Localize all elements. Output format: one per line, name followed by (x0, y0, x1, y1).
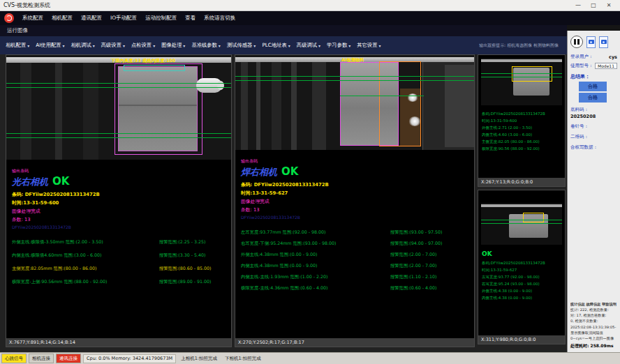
toolbar-camera-config[interactable]: 相机配置▾ (6, 42, 29, 49)
camera-image-left[interactable]: 下限内高度:93 规格内限度:100 (6, 55, 231, 160)
toolbar-camera-debug[interactable]: 相机调试▾ (71, 42, 95, 49)
image-top-band (481, 59, 562, 62)
chevron-down-icon: ▾ (183, 43, 185, 48)
barcode-line: 条码: DFYiiw2025020813313472B (241, 181, 468, 188)
title-bar: CVS-视觉检测系统 — □ ✕ (0, 0, 620, 11)
measurement-row: 极限宽度-主线:4.36mm 范围:(0.60 - 4.00) 报警范围:(0.… (241, 285, 468, 291)
login-user-label: 登录用户： (570, 54, 593, 60)
maximize-button[interactable]: □ (586, 0, 601, 10)
pause-icon (577, 39, 580, 45)
measurement-row: 内侧主线:极限值4.60mm 范围:(3.00 - 6.00) 报警范围:(3.… (12, 252, 226, 259)
toolbar-label: 相机配置 (6, 42, 26, 49)
pixel-coords-thumb-top: X:267;Y:13;R:0;G:0;B:0 (478, 178, 565, 186)
camera-image-right[interactable]: AI检测物料 (235, 55, 474, 150)
thumb-line: 右耳宽度:95.24 (93.00 - 98.00) (482, 282, 561, 287)
measure-line-green (481, 77, 562, 77)
count-line: 条数: 13 (241, 206, 468, 213)
chevron-down-icon: ▾ (378, 43, 381, 48)
measurement-row: 左耳宽度:93.77mm 范围:(92.00 - 98.00) 报警范围:(93… (241, 229, 468, 236)
minimize-button[interactable]: — (570, 0, 586, 10)
toolbar-image-process[interactable]: 图像处理▾ (161, 42, 185, 49)
tab-run-image[interactable]: 运行图像 (7, 27, 28, 34)
toolbar-ai-config[interactable]: AI使用配置▾ (36, 42, 64, 49)
time-line: 时间:13-31-59-600 (12, 199, 226, 206)
thumb-line: 内侧主线:4.38 (0.00 - 9.00) (482, 296, 561, 301)
camera-name: 光右相机 (12, 176, 48, 188)
toolbar-test-sensor[interactable]: 测试传感器▾ (227, 42, 256, 49)
thumbnail-panel-bottom: OK 条码:DFYiiw2025020813313472B 时间:13-31-5… (478, 190, 566, 344)
thumbnail-image-top[interactable] (481, 58, 562, 105)
thumb-line: 左耳宽度:93.77 (92.00 - 98.00) (482, 275, 561, 280)
pause-button[interactable] (570, 36, 583, 48)
measurement-value: 右耳宽度-下侧:95.24mm 范围:(93.00 - 98.00) (241, 241, 390, 247)
measure-line-green (340, 96, 424, 96)
camera-tool-button-2[interactable] (599, 36, 608, 48)
menu-io-manual-config[interactable]: IO手动配置 (110, 15, 137, 22)
pixel-coords-left: X:7677;Y:891;R:14;G:14;B:14 (6, 338, 231, 347)
measure-line-green (481, 73, 562, 74)
side-icon-row (570, 33, 617, 51)
toolbar-baseline-params[interactable]: 基准线参数▾ (191, 42, 221, 49)
pixel-coords-thumb-bottom: X:311;Y:980;R:0;G:0;B:0 (478, 335, 565, 344)
toolbar-spot-check[interactable]: 点检设置▾ (131, 42, 155, 49)
machine-column (291, 62, 297, 150)
chevron-down-icon: ▾ (63, 43, 65, 48)
menu-camera-config[interactable]: 相机配置 (52, 15, 73, 22)
weld-spot (408, 116, 421, 126)
menu-comm-config[interactable]: 通讯配置 (81, 15, 102, 22)
login-user-value: cys (609, 54, 617, 60)
app-window: CVS-视觉检测系统 — □ ✕ 系统配置 相机配置 通讯配置 IO手动配置 运… (0, 0, 620, 364)
model-select[interactable]: Mode11 (595, 63, 617, 69)
status-bar: 心跳信号 相机连接 通讯连接 Cpu: 0.0% Memory: 3424.41… (0, 352, 620, 364)
machine-block (445, 65, 474, 147)
statistics-header: 统计信息 故障信息 帮助说明 (570, 301, 618, 307)
weld-spot (407, 93, 418, 102)
measurement-value: 左耳宽度:93.77mm 范围:(92.00 - 98.00) (241, 229, 390, 236)
toolbar-advanced-settings[interactable]: 高级设置▾ (101, 42, 125, 49)
chevron-down-icon: ▾ (253, 43, 256, 48)
measurement-row: 外侧主线:极限值-3.50mm 范围:(2.00 - 3.50) 报警范围:(2… (12, 239, 226, 245)
thumbnail-image-bottom[interactable] (481, 203, 562, 245)
measure-line-green (6, 133, 231, 134)
toolbar-label: 点检设置 (131, 42, 152, 49)
toolbar-advanced-debug[interactable]: 高级调试▾ (297, 42, 320, 49)
alarm-range: 报警范围:(94.00 - 97.00) (390, 241, 468, 247)
result-badge-2: 合格 (579, 93, 607, 103)
measurement-list: 左耳宽度:93.77mm 范围:(92.00 - 98.00) 报警范围:(93… (241, 229, 468, 291)
login-user-row: 登录用户： cys (570, 54, 617, 60)
thumb-line: 条码:DFYiiw2025020813313472B (482, 261, 561, 266)
toolbar-other-settings[interactable]: 其它设置▾ (357, 42, 381, 49)
toolbar-plc-address[interactable]: PLC地址表▾ (262, 42, 290, 49)
measure-line-green (481, 223, 562, 224)
tab-row: 运行图像 (0, 25, 567, 36)
camera-name: 焊右相机 (241, 166, 277, 179)
toolbar: 相机配置▾ AI使用配置▾ 相机调试▾ 高级设置▾ 点检设置▾ 图像处理▾ 基准… (0, 36, 567, 54)
menu-system-config[interactable]: 系统配置 (22, 15, 43, 22)
time-line: 时间:13-31-59-627 (241, 190, 468, 197)
camera-tool-button-1[interactable] (586, 36, 596, 48)
menu-view[interactable]: 查看 (185, 15, 195, 22)
side-panel: 登录用户： cys 使用型号： Mode11 总结果： 合格 合格 底料码： 2… (567, 31, 620, 352)
measurement-value: 内侧主线:4.38mm 范围:(0.00 - 9.00) (241, 263, 390, 269)
measurement-row: 内侧主线:4.38mm 范围:(0.00 - 9.00) 报警范围:(2.00 … (241, 263, 468, 269)
statistics-line: 2025:02:08-13:31:39:05- (570, 324, 618, 330)
menu-language-switch[interactable]: 系统语言切换 (204, 15, 235, 22)
bottom-camera-status: 下相机1:拍照完成 (222, 354, 264, 363)
close-button[interactable]: ✕ (601, 0, 617, 10)
overlay-rect-orange (379, 61, 421, 146)
thumb-line: 外侧主线:2.71 (2.00 - 3.50) (482, 126, 561, 130)
toolbar-learn-params[interactable]: 学习参数▾ (327, 42, 350, 49)
chevron-down-icon: ▾ (288, 43, 290, 48)
camera-icon (601, 40, 607, 44)
alarm-range: 报警范围:(2.00 - 7.00) (390, 252, 468, 258)
statistics-line: 统计: 222, 检测总数量: (570, 307, 618, 312)
machine-column (312, 62, 326, 150)
measurement-value: 极限宽度-上侧:90.56mm 范围:(88.00 - 92.00) (12, 279, 159, 285)
image-top-band (481, 204, 562, 207)
camera-connect-indicator: 相机连接 (29, 354, 54, 363)
pixel-coords-right: X:270;Y:2502;R:17;G:17;B:17 (235, 338, 474, 347)
statistics-block: 统计信息 故障信息 帮助说明 统计: 222, 检测总数量: 对: 17, 检测… (570, 301, 618, 349)
menu-motion-config[interactable]: 运动控制配置 (145, 15, 177, 22)
measurement-value: 内侧主线-主线:1.93mm 范围:(1.00 - 2.20) (241, 274, 390, 280)
part-image (118, 66, 198, 151)
